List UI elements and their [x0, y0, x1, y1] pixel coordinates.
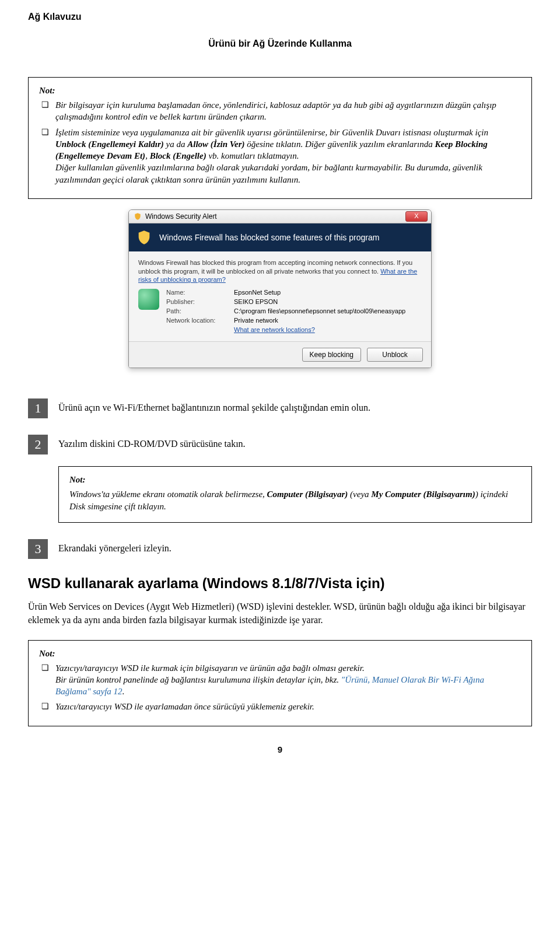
step-number: 2	[28, 435, 48, 454]
step-number: 1	[28, 398, 48, 418]
label-name: Name:	[166, 289, 230, 296]
section-heading-wsd: WSD kullanarak ayarlama (Windows 8.1/8/7…	[28, 575, 532, 592]
firewall-dialog-screenshot: Windows Security Alert X Windows Firewal…	[28, 209, 532, 371]
note-item: Bir bilgisayar için kuruluma başlamadan …	[39, 99, 521, 123]
step-number: 3	[28, 539, 48, 559]
dialog-banner: Windows Firewall has blocked some featur…	[129, 223, 431, 251]
dialog-banner-text: Windows Firewall has blocked some featur…	[159, 233, 379, 242]
chapter-title: Ürünü bir Ağ Üzerinde Kullanma	[28, 39, 532, 49]
dialog-title: Windows Security Alert	[145, 212, 217, 221]
network-locations-link[interactable]: What are network locations?	[234, 326, 315, 333]
value-path: C:\program files\epsonnet\epsonnet setup…	[234, 307, 422, 314]
cross-ref-link[interactable]: "Ürünü, Manuel Olarak Bir Wi-Fi Ağına Ba…	[55, 675, 484, 696]
step-2: 2 Yazılım diskini CD-ROM/DVD sürücüsüne …	[28, 435, 532, 454]
dialog-titlebar: Windows Security Alert X	[129, 210, 431, 223]
note-label: Not:	[39, 649, 521, 659]
note-item: İşletim sisteminize veya uygulamanıza ai…	[39, 127, 521, 186]
note-item: Yazıcı/tarayıcıyı WSD ile ayarlamadan ön…	[39, 701, 521, 712]
step-text: Ekrandaki yönergeleri izleyin.	[58, 539, 172, 555]
close-button[interactable]: X	[405, 211, 428, 222]
document-title: Ağ Kılavuzu	[28, 12, 532, 22]
note-box-2: Not: Yazıcıyı/tarayıcıyı WSD ile kurmak …	[28, 640, 532, 726]
step-3: 3 Ekrandaki yönergeleri izleyin.	[28, 539, 532, 559]
step-1: 1 Ürünü açın ve Wi-Fi/Ethernet bağlantın…	[28, 398, 532, 418]
label-path: Path:	[166, 307, 230, 314]
step-text: Ürünü açın ve Wi-Fi/Ethernet bağlantınız…	[58, 398, 370, 415]
dialog-footer: Keep blocking Unblock	[129, 341, 431, 368]
app-icon	[138, 289, 159, 310]
shield-icon	[134, 212, 142, 221]
value-publisher: SEIKO EPSON	[234, 298, 422, 305]
note-item: Yazıcıyı/tarayıcıyı WSD ile kurmak için …	[39, 662, 521, 698]
page-number: 9	[0, 744, 560, 754]
dialog-info-text: Windows Firewall has blocked this progra…	[138, 258, 422, 285]
step-2-note: Not: Windows'ta yükleme ekranı otomatik …	[58, 466, 532, 523]
dialog-body: Windows Firewall has blocked this progra…	[129, 251, 431, 342]
value-name: EpsonNet Setup	[234, 289, 422, 296]
note-label: Not:	[39, 86, 521, 96]
label-network-location: Network location:	[166, 317, 230, 324]
keep-blocking-button[interactable]: Keep blocking	[302, 348, 361, 362]
note-label: Not:	[69, 475, 521, 485]
note-box-1: Not: Bir bilgisayar için kuruluma başlam…	[28, 77, 532, 199]
value-network-location: Private network	[234, 317, 422, 324]
security-alert-dialog: Windows Security Alert X Windows Firewal…	[128, 209, 432, 369]
label-publisher: Publisher:	[166, 298, 230, 305]
unblock-button[interactable]: Unblock	[367, 348, 423, 362]
shield-icon	[136, 229, 152, 246]
note-body: Windows'ta yükleme ekranı otomatik olara…	[69, 488, 521, 513]
step-text: Yazılım diskini CD-ROM/DVD sürücüsüne ta…	[58, 435, 246, 451]
section-body: Ürün Web Services on Devices (Aygıt Web …	[28, 600, 532, 627]
